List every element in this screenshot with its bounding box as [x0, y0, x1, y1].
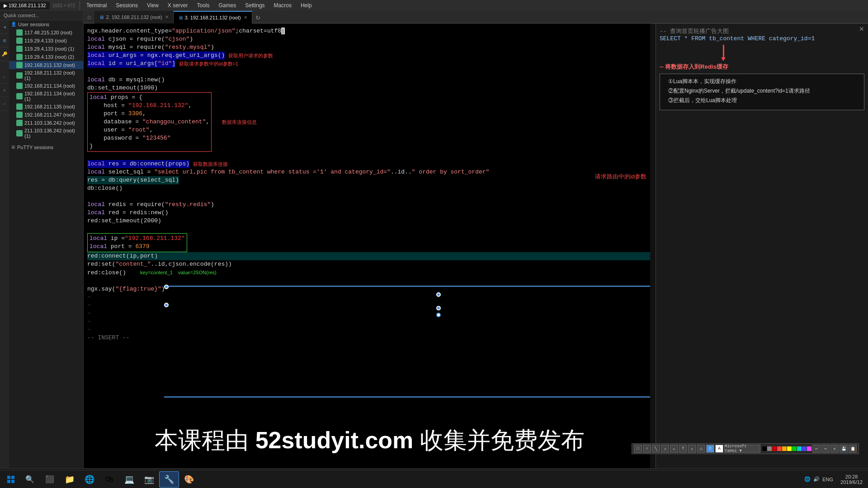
resolution-display: 1683 × 872 [50, 3, 78, 8]
terminal-scrollbar[interactable] [650, 23, 656, 488]
color-orange[interactable] [782, 446, 787, 451]
menu-terminal[interactable]: Terminal [82, 1, 111, 9]
color-gray[interactable] [767, 446, 772, 451]
terminal-area[interactable]: ngx.header.content_type="application/jso… [84, 23, 656, 488]
taskbar-app3[interactable]: 🎨 [179, 471, 199, 488]
menu-settings[interactable]: Settings [241, 1, 269, 9]
session-item-7[interactable]: 192.168.211.134 (root) [9, 82, 83, 90]
taskbar-store[interactable]: 🛍 [99, 471, 119, 488]
tb-copy-img[interactable]: 📋 [849, 445, 857, 453]
session-item-6[interactable]: 192.168.211.132 (root) (1) [9, 69, 83, 82]
menu-sessions[interactable]: Sessions [111, 1, 142, 9]
menu-macros[interactable]: Macros [269, 1, 296, 9]
menu-items: Terminal Sessions View X server Tools Ga… [82, 1, 316, 9]
taskbar-mobaxterm[interactable]: 🔧 [159, 471, 179, 488]
session-item-4[interactable]: 119.29.4.133 (root) (2) [9, 53, 83, 61]
session-icon-8 [16, 93, 23, 99]
color-black[interactable] [762, 446, 767, 451]
sidebar-icon-3[interactable]: ▷ [0, 70, 9, 84]
tb-color2[interactable]: A [715, 445, 723, 453]
color-yellow[interactable] [787, 446, 792, 451]
code-line-empty2 [87, 152, 654, 160]
code-line-db2: db:set_timeout(1000) [87, 84, 654, 92]
taskbar-task-view[interactable]: ⬛ [40, 471, 60, 488]
sidebar-icon-expand[interactable]: ◀ [0, 20, 9, 34]
tb-save[interactable]: 💾 [840, 445, 848, 453]
session-item-3[interactable]: 119.29.4.133 (root) (1) [9, 45, 83, 53]
taskbar-app1[interactable]: 💻 [119, 471, 139, 488]
tb-undo[interactable]: ↩ [812, 445, 821, 453]
session-icon-10 [16, 112, 23, 118]
tb-arrow[interactable]: ↗ [661, 445, 669, 453]
watermark-prefix: 本课程由 [155, 427, 255, 453]
code-line-close: db:close() [87, 184, 654, 192]
taskbar-app2[interactable]: 📷 [139, 471, 159, 488]
sidebar-icon-2[interactable]: 🔑 [0, 47, 9, 61]
tb-circle[interactable]: ○ [643, 445, 651, 453]
tab-1-label: 2. 192.168.211.132 (root) [106, 14, 162, 20]
user-sessions-label: User sessions [18, 22, 49, 27]
red-arrow [660, 45, 864, 58]
tb-close2[interactable]: ✕ [830, 445, 839, 453]
taskbar-search[interactable]: 🔍 [20, 471, 40, 488]
session-item-2[interactable]: 119.29.4.133 (root) [9, 37, 83, 45]
sidebar-icon-5[interactable]: ✕ [0, 97, 9, 111]
session-item-10[interactable]: 192.168.211.247 (root) [9, 111, 83, 119]
tb-diagonal[interactable]: ╲ [652, 445, 660, 453]
tab-1-close[interactable]: ✕ [165, 14, 169, 19]
taskbar-file-explorer[interactable]: 📁 [60, 471, 80, 488]
color-light-red[interactable] [777, 446, 782, 451]
quick-connect[interactable]: Quick connect... [0, 11, 83, 20]
code-line-tilde3: ~ [87, 310, 654, 318]
session-item-8[interactable]: 192.168.211.134 (root) (1) [9, 90, 83, 103]
tb-cursor[interactable]: ↖ [688, 445, 696, 453]
sidebar-icon-1[interactable]: ⊞ [0, 34, 9, 47]
annotation-uri-args: 获取用户请求的参数 [228, 52, 273, 60]
session-icon-3 [16, 46, 23, 52]
start-button[interactable] [2, 470, 20, 488]
putty-sessions-header[interactable]: 🖥 PuTTY sessions [9, 143, 83, 151]
panel-close-button[interactable]: ✕ [859, 25, 864, 33]
tab-2-close[interactable]: ✕ [244, 15, 247, 20]
code-line-empty1 [87, 68, 654, 76]
session-item-9[interactable]: 192.168.211.135 (root) [9, 103, 83, 111]
tb-pencil[interactable]: ✏ [670, 445, 678, 453]
taskbar-chrome[interactable]: 🌐 [80, 471, 99, 488]
menu-xserver[interactable]: X server [163, 1, 193, 9]
color-blue[interactable] [802, 446, 807, 451]
annotation-fetch-db: 获取数据库连接 [193, 160, 228, 168]
code-line-id: local id = uri_args["id"] 获取请求参数中的id参数=1 [87, 60, 654, 68]
sidebar-icon-4[interactable]: ⊕ [0, 84, 9, 97]
time-date-display: 20:28 2019/6/12 [840, 474, 863, 485]
menu-help[interactable]: Help [296, 1, 316, 9]
color-cyan[interactable] [797, 446, 802, 451]
session-item-5[interactable]: 192.168.211.132 (root) [9, 61, 83, 69]
color-green[interactable] [792, 446, 797, 451]
code-line-empty4 [87, 225, 654, 233]
tb-color1[interactable]: B [706, 445, 714, 453]
left-handle-1 [164, 285, 169, 289]
menu-view[interactable]: View [142, 1, 163, 9]
session-item-12[interactable]: 211.103.136.242 (root) (1) [9, 127, 83, 140]
session-item-1[interactable]: 117.48.215.120 (root) [9, 28, 83, 37]
menu-tools[interactable]: Tools [193, 1, 214, 9]
refresh-button[interactable]: ↻ [252, 11, 264, 23]
color-red[interactable] [772, 446, 777, 451]
tb-font-select[interactable]: Microsoft YaHei ▼ [724, 445, 760, 453]
cursor-dot-1 [436, 292, 441, 297]
tb-text[interactable]: T [679, 445, 687, 453]
tb-rect[interactable]: □ [634, 445, 642, 453]
tb-eraser[interactable]: ◻ [697, 445, 705, 453]
session-icon-2 [16, 38, 23, 44]
menu-games[interactable]: Games [214, 1, 241, 9]
tab-2[interactable]: 🖥 3. 192.168.211.132 (root) ✕ [174, 11, 252, 23]
user-sessions-header[interactable]: 👤 User sessions [9, 20, 83, 28]
tab-1[interactable]: 🖥 2. 192.168.211.132 (root) ✕ [94, 11, 173, 23]
tb-redo[interactable]: ↪ [821, 445, 830, 453]
session-item-11[interactable]: 211.103.136.242 (root) [9, 119, 83, 127]
code-line-db1: local db = mysql:new() [87, 76, 654, 84]
color-purple[interactable] [807, 446, 811, 451]
session-icon-4 [16, 54, 23, 60]
home-button[interactable]: ⌂ [84, 12, 94, 23]
session-icon-7 [16, 83, 23, 89]
